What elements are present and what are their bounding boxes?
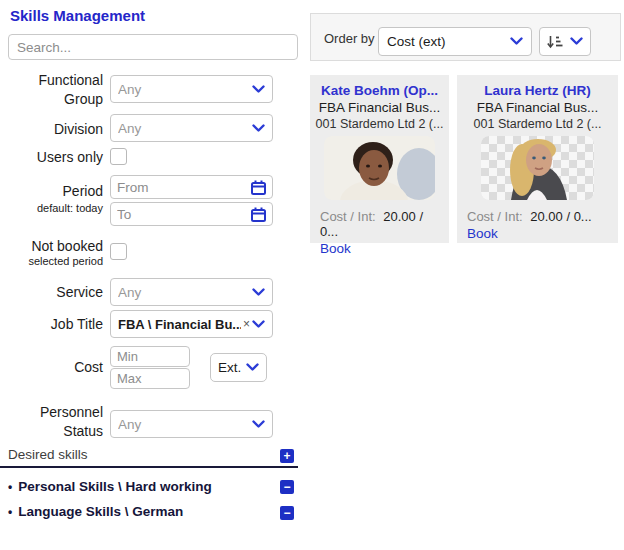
remove-skill-button[interactable]: − (280, 480, 294, 494)
cost-max-input[interactable] (110, 368, 190, 389)
cost-min-input[interactable] (110, 346, 190, 367)
personnel-card: Kate Boehm (Op... FBA Financial Bus... 0… (310, 75, 449, 243)
desired-skill-item: •Language Skills \ German (8, 504, 183, 519)
functional-group-label: Functional Group (0, 71, 103, 109)
chevron-down-icon (510, 37, 523, 46)
period-to-input[interactable] (117, 207, 251, 222)
profile-photo (481, 136, 594, 200)
desired-skill-label: Language Skills \ German (18, 504, 183, 519)
person-company: 001 Stardemo Ltd 2 (... (310, 117, 449, 131)
service-value: Any (118, 285, 252, 300)
period-to-field[interactable] (110, 202, 273, 226)
cost-row: Cost / Int: 20.00 / 0... (310, 209, 449, 239)
order-by-select[interactable]: Cost (ext) (378, 27, 532, 56)
division-value: Any (118, 121, 252, 136)
personnel-status-select[interactable]: Any (110, 410, 273, 438)
desired-skill-item: •Personal Skills \ Hard working (8, 479, 212, 494)
order-by-label: Order by (324, 31, 375, 46)
book-link[interactable]: Book (457, 224, 618, 241)
profile-photo (324, 136, 435, 200)
users-only-label: Users only (0, 148, 103, 167)
job-title-value: FBA \ Financial Bu... (118, 317, 241, 332)
cost-int-label: Cost / Int: (467, 209, 523, 224)
personnel-card: Laura Hertz (HR) FBA Financial Bus... 00… (457, 75, 618, 243)
functional-group-select[interactable]: Any (110, 75, 273, 103)
users-only-checkbox[interactable] (110, 148, 127, 165)
chevron-down-icon (570, 37, 583, 46)
person-name-link[interactable]: Laura Hertz (HR) (457, 75, 618, 98)
functional-group-value: Any (118, 82, 252, 97)
add-skill-button[interactable]: + (280, 449, 294, 463)
cost-label: Cost (0, 358, 103, 377)
bullet-icon: • (8, 480, 12, 494)
sort-ascending-icon (547, 35, 563, 49)
division-select[interactable]: Any (110, 114, 273, 142)
desired-skills-title: Desired skills (8, 447, 88, 462)
service-select[interactable]: Any (110, 278, 273, 306)
chevron-down-icon (252, 420, 265, 429)
period-from-input[interactable] (117, 180, 251, 195)
sort-direction-button[interactable] (539, 27, 591, 56)
chevron-down-icon (252, 320, 265, 329)
order-bar: Order by Cost (ext) (310, 13, 621, 61)
personnel-status-value: Any (118, 417, 252, 432)
book-link[interactable]: Book (310, 239, 449, 256)
chevron-down-icon (252, 288, 265, 297)
desired-skill-label: Personal Skills \ Hard working (18, 479, 212, 494)
page-title: Skills Management (10, 7, 145, 24)
bullet-icon: • (8, 505, 12, 519)
calendar-icon[interactable] (251, 180, 266, 195)
not-booked-label: Not booked (0, 237, 103, 256)
search-input[interactable] (8, 34, 298, 60)
cost-currency-select[interactable]: Ext. (210, 353, 267, 382)
cost-currency-value: Ext. (218, 360, 246, 375)
cost-int-label: Cost / Int: (320, 209, 376, 224)
service-label: Service (0, 283, 103, 302)
divider (0, 466, 298, 468)
not-booked-note: selected period (0, 255, 103, 267)
period-note: default: today (0, 202, 103, 214)
personnel-status-label: Personnel Status (0, 403, 103, 441)
calendar-icon[interactable] (251, 207, 266, 222)
skills-management-page: Skills Management Functional Group Any D… (0, 0, 624, 550)
cost-row: Cost / Int: 20.00 / 0... (457, 209, 618, 224)
chevron-down-icon (252, 85, 265, 94)
chevron-down-icon (252, 124, 265, 133)
cost-int-value: 20.00 / 0... (530, 209, 591, 224)
clear-icon[interactable]: × (243, 317, 250, 331)
job-title-select[interactable]: FBA \ Financial Bu... × (110, 310, 273, 338)
person-name-link[interactable]: Kate Boehm (Op... (310, 75, 449, 98)
period-label: Period (0, 182, 103, 201)
period-from-field[interactable] (110, 175, 273, 199)
order-by-value: Cost (ext) (387, 34, 510, 49)
job-title-label: Job Title (0, 315, 103, 334)
person-role: FBA Financial Bus... (310, 100, 449, 115)
chevron-down-icon (246, 363, 259, 372)
division-label: Division (0, 120, 103, 139)
person-company: 001 Stardemo Ltd 2 (... (457, 117, 618, 131)
remove-skill-button[interactable]: − (280, 506, 294, 520)
person-role: FBA Financial Bus... (457, 100, 618, 115)
not-booked-checkbox[interactable] (110, 243, 127, 260)
